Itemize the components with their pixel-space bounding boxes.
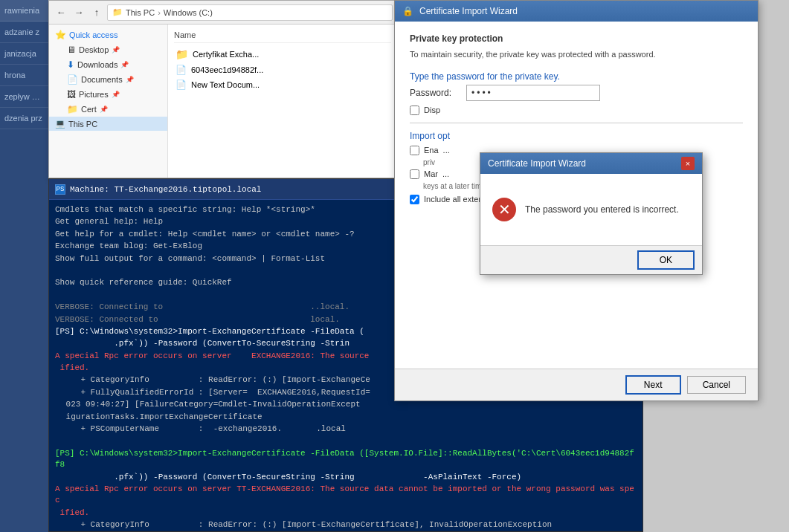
content-item-6043[interactable]: 📄 6043eec1d94882f... bbox=[174, 62, 391, 77]
desktop-label: Desktop bbox=[79, 45, 109, 54]
cert-display-password-row: Disp bbox=[410, 106, 743, 115]
this-pc-icon: 💻 bbox=[55, 119, 65, 129]
file-explorer-content: Name 📁 Certyfikat Excha... 📄 6043eec1d94… bbox=[168, 25, 397, 178]
sidebar-item-hrona[interactable]: hrona bbox=[0, 65, 48, 86]
pin-desktop: 📌 bbox=[112, 46, 120, 53]
downloads-icon: ⬇ bbox=[67, 59, 74, 70]
cert-wizard-footer: Next Cancel bbox=[395, 369, 758, 400]
drive-label: Windows (C:) bbox=[164, 8, 213, 17]
sidebar-item-adzanie[interactable]: adzanie z bbox=[0, 22, 48, 43]
sidebar-item-documents[interactable]: 📄 Documents 📌 bbox=[49, 72, 167, 87]
cert-cancel-button[interactable]: Cancel bbox=[687, 376, 746, 394]
cert-password-input[interactable] bbox=[466, 85, 600, 101]
desktop-icon: 🖥 bbox=[67, 45, 76, 55]
sidebar-item-rawnienia[interactable]: rawnienia bbox=[0, 0, 48, 22]
cert-error-icon: ✕ bbox=[492, 198, 516, 221]
this-pc-label: This PC bbox=[126, 8, 155, 17]
cert-include-extended-checkbox[interactable] bbox=[410, 195, 419, 204]
content-column-header: Name bbox=[174, 27, 391, 43]
sidebar-item-desktop[interactable]: 🖥 Desktop 📌 bbox=[49, 42, 167, 57]
cert-display-password-checkbox[interactable] bbox=[410, 106, 419, 115]
pin-pictures: 📌 bbox=[112, 91, 120, 98]
cert-error-titlebar: Certificate Import Wizard × bbox=[480, 153, 702, 174]
pin-downloads: 📌 bbox=[120, 61, 129, 68]
folder-icon-certyfikat: 📁 bbox=[175, 48, 188, 60]
cert-wizard-icon: 🔒 bbox=[402, 6, 413, 16]
terminal-line: [PS] C:\Windows\system32>Import-Exchange… bbox=[55, 448, 637, 471]
cert-ok-button[interactable]: OK bbox=[637, 250, 695, 270]
cert-enable-label: Ena bbox=[424, 146, 439, 155]
sidebar-item-pictures[interactable]: 🖼 Pictures 📌 bbox=[49, 87, 167, 102]
terminal-line: + CategoryInfo : ReadError: (:) [Import-… bbox=[55, 519, 637, 531]
terminal-line: ified. bbox=[55, 507, 637, 519]
downloads-label: Downloads bbox=[77, 60, 117, 69]
content-item-new-text[interactable]: 📄 New Text Docum... bbox=[174, 77, 391, 92]
cert-import-options-title: Import opt bbox=[410, 131, 743, 141]
cert-error-dialog: Certificate Import Wizard × ✕ The passwo… bbox=[480, 152, 703, 275]
terminal-line: igurationTasks.ImportExchangeCertificate bbox=[55, 412, 637, 423]
sidebar-item-this-pc[interactable]: 💻 This PC bbox=[49, 117, 167, 131]
back-button[interactable]: ← bbox=[54, 5, 68, 20]
sidebar-item-dzenia[interactable]: dzenia prz bbox=[0, 108, 48, 129]
terminal-title: Machine: TT-Exchange2016.tiptopol.local bbox=[70, 185, 261, 194]
cert-password-label: Password: bbox=[410, 88, 462, 98]
cert-error-close-button[interactable]: × bbox=[681, 157, 695, 170]
terminal-line: + PSComputerName : -exchange2016. .local bbox=[55, 424, 637, 435]
folder-icon: 📁 bbox=[112, 7, 123, 17]
cert-mark-checkbox[interactable] bbox=[410, 169, 419, 179]
file-explorer-window: ← → ↑ 📁 This PC › Windows (C:) ⭐ Quick a… bbox=[48, 0, 398, 178]
forward-button[interactable]: → bbox=[71, 5, 86, 20]
content-item-certyfikat[interactable]: 📁 Certyfikat Excha... bbox=[174, 46, 391, 62]
breadcrumb-sep: › bbox=[158, 8, 161, 17]
file-explorer-titlebar: ← → ↑ 📁 This PC › Windows (C:) bbox=[49, 1, 397, 25]
file-icon-new-text: 📄 bbox=[175, 80, 187, 90]
cert-mark-label: Mar bbox=[424, 169, 438, 178]
sidebar-item-downloads[interactable]: ⬇ Downloads 📌 bbox=[49, 57, 167, 72]
cert-wizard-title: Certificate Import Wizard bbox=[419, 6, 518, 16]
cert-section-divider bbox=[410, 123, 743, 123]
certyfikat-label: Certyfikat Excha... bbox=[193, 50, 259, 59]
cert-wizard-titlebar: 🔒 Certificate Import Wizard bbox=[395, 1, 758, 22]
pin-documents: 📌 bbox=[126, 76, 134, 83]
pictures-label: Pictures bbox=[79, 90, 109, 99]
cert-enable-checkbox[interactable] bbox=[410, 146, 419, 155]
terminal-line: A special Rpc error occurs on server TT-… bbox=[55, 484, 637, 507]
this-pc-nav-label: This PC bbox=[68, 120, 97, 129]
cert-error-message: The password you entered is incorrect. bbox=[525, 204, 679, 215]
cert-display-password-label: Disp bbox=[424, 106, 440, 114]
cert-section-desc: To maintain security, the private key wa… bbox=[410, 48, 743, 61]
cert-section-title: Private key protection bbox=[410, 33, 743, 44]
documents-label: Documents bbox=[81, 75, 123, 84]
file-explorer-body: ⭐ Quick access 🖥 Desktop 📌 ⬇ Downloads 📌… bbox=[49, 25, 397, 178]
cert-folder-icon: 📁 bbox=[67, 104, 78, 114]
documents-icon: 📄 bbox=[67, 74, 78, 85]
cert-mark-suffix: ... bbox=[442, 169, 449, 178]
powershell-icon: PS bbox=[55, 184, 65, 195]
sidebar-item-janizacja[interactable]: janizacja bbox=[0, 43, 48, 65]
cert-next-button[interactable]: Next bbox=[625, 375, 681, 395]
address-bar[interactable]: 📁 This PC › Windows (C:) bbox=[107, 4, 393, 21]
sidebar-item-cert[interactable]: 📁 Cert 📌 bbox=[49, 102, 167, 117]
quick-access-icon: ⭐ bbox=[55, 30, 66, 40]
file-explorer-nav-panel: ⭐ Quick access 🖥 Desktop 📌 ⬇ Downloads 📌… bbox=[49, 25, 168, 178]
cert-error-title: Certificate Import Wizard bbox=[488, 158, 586, 169]
cert-error-body: ✕ The password you entered is incorrect. bbox=[480, 174, 702, 245]
sidebar-item-quick-access[interactable]: ⭐ Quick access bbox=[49, 27, 167, 42]
left-sidebar: rawnienia adzanie z janizacja hrona zepł… bbox=[0, 0, 48, 532]
quick-access-label: Quick access bbox=[69, 30, 117, 39]
file-6043-label: 6043eec1d94882f... bbox=[191, 65, 263, 74]
cert-password-row: Password: bbox=[410, 85, 743, 101]
pictures-icon: 🖼 bbox=[67, 89, 76, 100]
up-button[interactable]: ↑ bbox=[89, 5, 104, 20]
cert-password-prompt: Type the password for the private key. bbox=[410, 71, 743, 82]
cert-enable-suffix: ... bbox=[443, 146, 450, 155]
file-icon-6043: 📄 bbox=[175, 65, 187, 75]
pin-cert: 📌 bbox=[100, 106, 108, 113]
cert-label: Cert bbox=[81, 105, 97, 114]
terminal-line bbox=[55, 435, 637, 447]
sidebar-item-zeplyw[interactable]: zepływ poc bbox=[0, 86, 48, 108]
terminal-line: .pfx`)) -Password (ConvertTo-SecureStrin… bbox=[55, 472, 637, 483]
cert-error-footer: OK bbox=[480, 245, 702, 274]
new-text-label: New Text Docum... bbox=[191, 80, 260, 89]
